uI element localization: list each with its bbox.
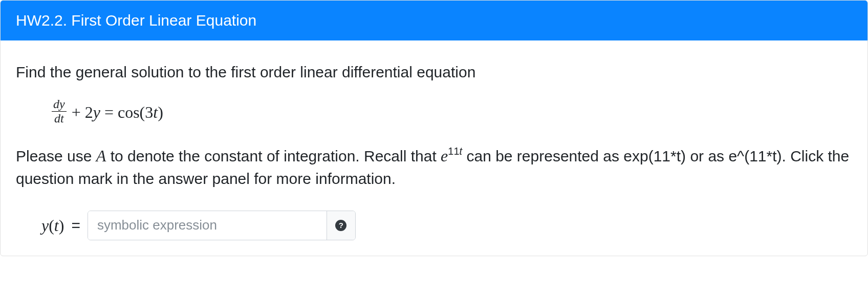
question-title: HW2.2. First Order Linear Equation	[16, 12, 256, 29]
answer-label: y(t)	[41, 214, 64, 237]
fraction-dy-dt: dy dt	[52, 98, 67, 125]
question-body: Find the general solution to the first o…	[1, 40, 867, 256]
answer-input-group: ?	[88, 211, 356, 240]
question-header: HW2.2. First Order Linear Equation	[1, 1, 867, 40]
hint-text: Please use A to denote the constant of i…	[16, 144, 852, 190]
exp-base-e: e	[441, 147, 448, 165]
question-prompt: Find the general solution to the first o…	[16, 61, 852, 84]
exp-superscript: 11t	[448, 146, 462, 157]
answer-input[interactable]	[88, 211, 327, 240]
help-button[interactable]: ?	[327, 211, 355, 240]
equation-rest: + 2y = cos(3t)	[72, 100, 163, 124]
answer-row: y(t) = ?	[41, 211, 852, 240]
fraction-denominator: dt	[53, 112, 66, 125]
question-card: HW2.2. First Order Linear Equation Find …	[0, 0, 868, 256]
constant-A: A	[96, 147, 106, 165]
question-mark-icon: ?	[335, 220, 346, 231]
differential-equation: dy dt + 2y = cos(3t)	[52, 99, 852, 126]
fraction-numerator: dy	[52, 98, 67, 112]
equals-sign: =	[71, 214, 80, 237]
